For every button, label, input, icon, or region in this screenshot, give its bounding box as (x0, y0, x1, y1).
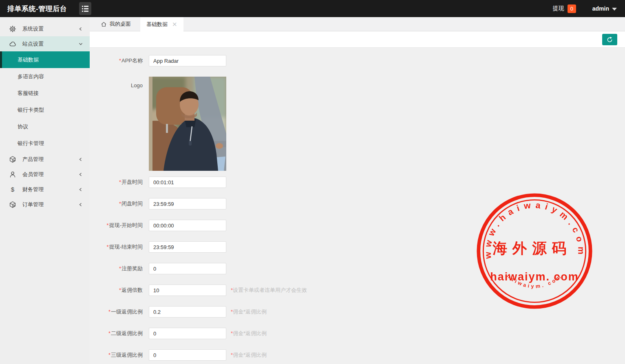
form-row-app-name: *APP名称 (90, 55, 625, 66)
sidebar-item-label: 系统设置 (22, 25, 78, 33)
close-time-label: *闭盘时间 (90, 200, 143, 207)
topbar: 排单系统-管理后台 提现 0 admin (0, 0, 625, 17)
sidebar-item-site-settings[interactable]: 站点设置 (0, 36, 90, 51)
form-row-close-time: *闭盘时间 (90, 198, 625, 210)
form-row-withdraw-end: *提现-结束时间 (90, 241, 625, 253)
form-row-open-time: *开盘时间 (90, 176, 625, 188)
app-title: 排单系统-管理后台 (7, 4, 67, 13)
cloud-icon (9, 40, 16, 48)
level3-rebate-input[interactable] (149, 349, 226, 361)
sidebar-subitem-bankcard-type[interactable]: 银行卡类型 (0, 101, 90, 118)
withdraw-start-label: *提现-开始时间 (90, 222, 143, 229)
open-time-label: *开盘时间 (90, 179, 143, 186)
sidebar-item-member-manage[interactable]: 会员管理 (0, 167, 90, 182)
username: admin (592, 5, 609, 12)
chevron-left-icon (78, 172, 83, 176)
level3-rebate-label: *三级返佣比例 (90, 351, 143, 359)
sidebar-subitem-bankcard-manage[interactable]: 银行卡管理 (0, 135, 90, 152)
sidebar-item-label: 会员管理 (22, 171, 78, 178)
sidebar-subitem-multilanguage[interactable]: 多语言内容 (0, 68, 90, 85)
sidebar-item-order-manage[interactable]: 订单管理 (0, 197, 90, 212)
register-reward-label: *注册奖励 (90, 265, 143, 272)
sidebar-subitem-basic-data[interactable]: 基础数据 (0, 51, 90, 68)
sidebar-item-system-settings[interactable]: 系统设置 (0, 21, 90, 36)
logo-image-preview[interactable] (149, 77, 226, 171)
form-row-level1-rebate: *一级返佣比例 *佣金*返佣比例 (90, 306, 625, 318)
register-reward-input[interactable] (149, 263, 226, 274)
withdraw-start-input[interactable] (149, 220, 226, 231)
withdraw-end-input[interactable] (149, 241, 226, 253)
dollar-icon: $ (9, 186, 16, 193)
sidebar-item-label: 订单管理 (22, 201, 78, 208)
toolbar (90, 31, 625, 48)
chevron-left-icon (78, 27, 83, 31)
level1-rebate-hint: *佣金*返佣比例 (231, 308, 267, 315)
chevron-left-icon (78, 203, 83, 207)
withdraw-menu[interactable]: 提现 0 (553, 4, 576, 13)
home-icon (101, 21, 107, 27)
sidebar-subitem-agreement[interactable]: 协议 (0, 118, 90, 135)
sidebar: 系统设置 站点设置 基础数据 多语言内容 客服链接 银行卡类型 协议 银行卡管理 (0, 17, 90, 364)
sidebar-item-finance-manage[interactable]: $ 财务管理 (0, 182, 90, 197)
level3-rebate-hint: *佣金*返佣比例 (231, 351, 267, 359)
form-row-register-reward: *注册奖励 (90, 263, 625, 274)
site-settings-submenu: 基础数据 多语言内容 客服链接 银行卡类型 协议 银行卡管理 (0, 51, 90, 152)
form-row-level3-rebate: *三级返佣比例 *佣金*返佣比例 (90, 349, 625, 361)
gear-icon (9, 25, 16, 33)
tab-label: 我的桌面 (110, 20, 131, 28)
close-time-input[interactable] (149, 198, 226, 210)
tab-my-desktop[interactable]: 我的桌面 (95, 17, 137, 31)
chevron-left-icon (78, 157, 83, 161)
sidebar-toggle-button[interactable] (79, 2, 91, 15)
admin-page: 排单系统-管理后台 提现 0 admin (0, 0, 625, 364)
sidebar-item-label: 产品管理 (22, 156, 78, 163)
level1-rebate-label: *一级返佣比例 (90, 308, 143, 315)
close-icon[interactable]: ✕ (172, 21, 177, 27)
user-menu[interactable]: admin (592, 5, 617, 12)
sidebar-item-label: 财务管理 (22, 186, 78, 193)
cube-icon (9, 156, 16, 163)
rebate-multiple-hint: *设置卡单或者连单用户才会生效 (231, 287, 307, 294)
sidebar-item-label: 站点设置 (22, 40, 78, 48)
rebate-multiple-input[interactable] (149, 285, 226, 296)
app-name-input[interactable] (149, 55, 226, 66)
form-row-logo: Logo (90, 77, 625, 171)
open-time-input[interactable] (149, 176, 226, 188)
withdraw-label: 提现 (553, 5, 564, 12)
chevron-down-icon (78, 42, 83, 46)
level2-rebate-input[interactable] (149, 328, 226, 339)
basic-data-form: *APP名称 Logo (90, 48, 625, 361)
level1-rebate-input[interactable] (149, 306, 226, 318)
withdraw-count-badge: 0 (568, 4, 576, 13)
level2-rebate-label: *二级返佣比例 (90, 330, 143, 337)
form-row-rebate-multiple: *返佣倍数 *设置卡单或者连单用户才会生效 (90, 285, 625, 296)
form-row-withdraw-start: *提现-开始时间 (90, 220, 625, 231)
level2-rebate-hint: *佣金*返佣比例 (231, 330, 267, 337)
svg-text:$: $ (11, 186, 15, 193)
tab-label: 基础数据 (146, 21, 168, 28)
app-name-label: *APP名称 (90, 57, 143, 64)
sidebar-item-product-manage[interactable]: 产品管理 (0, 152, 90, 167)
caret-down-icon (612, 8, 617, 11)
form-row-level2-rebate: *二级返佣比例 *佣金*返佣比例 (90, 328, 625, 339)
cube-icon (9, 201, 16, 208)
withdraw-end-label: *提现-结束时间 (90, 243, 143, 251)
logo-label: Logo (90, 77, 143, 88)
tab-basic-data[interactable]: 基础数据 ✕ (140, 17, 183, 31)
tab-bar: 我的桌面 基础数据 ✕ (90, 17, 625, 31)
rebate-multiple-label: *返佣倍数 (90, 287, 143, 294)
user-icon (9, 171, 16, 178)
refresh-button[interactable] (602, 34, 617, 45)
chevron-left-icon (78, 188, 83, 192)
list-icon (82, 6, 88, 12)
refresh-icon (606, 36, 613, 43)
sidebar-subitem-service-link[interactable]: 客服链接 (0, 85, 90, 101)
main-content: 我的桌面 基础数据 ✕ *APP名称 Logo (90, 17, 625, 364)
